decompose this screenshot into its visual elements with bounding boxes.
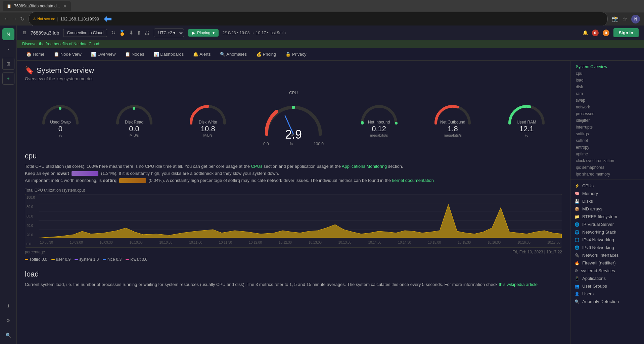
rs-softirqs[interactable]: softirqs <box>570 131 644 137</box>
tab-anomalies[interactable]: 🔍 Anomalies <box>216 50 251 59</box>
info-icon[interactable]: ℹ <box>2 300 14 312</box>
rs-group-ipvs[interactable]: 🌐 IP Virtual Server <box>570 220 644 228</box>
rs-ipc-shm[interactable]: ipc shared memory <box>570 171 644 178</box>
kernel-doc-link[interactable]: kernel documentation <box>392 178 434 183</box>
rs-group-md-arrays[interactable]: 📦 MD arrays <box>570 205 644 213</box>
cpu-section-title: cpu <box>25 152 562 160</box>
firewall-group-icon: 🔥 <box>574 261 580 265</box>
rs-softnet[interactable]: softnet <box>570 137 644 144</box>
rs-idlejitter[interactable]: idlejitter <box>570 117 644 124</box>
rs-entropy[interactable]: entropy <box>570 144 644 151</box>
settings-icon[interactable]: ⚙ <box>2 314 14 327</box>
browser-actions: 📸 ☆ N <box>612 15 640 23</box>
rs-group-disks[interactable]: 💾 Disks <box>570 197 644 205</box>
rs-cpu[interactable]: cpu <box>570 70 644 77</box>
rs-group-apps[interactable]: 📱 Applications <box>570 275 644 282</box>
rs-group-users[interactable]: 👤 Users <box>570 290 644 298</box>
legend-nice: nice 0.3 <box>103 257 122 262</box>
bell-icon[interactable]: 🔔 <box>583 30 588 35</box>
rs-load[interactable]: load <box>570 77 644 84</box>
forward-btn[interactable]: → <box>12 16 17 22</box>
tab-alerts[interactable]: 🔔 Alerts <box>189 50 215 59</box>
sign-in-btn[interactable]: Sign in <box>613 28 639 37</box>
tab-pricing[interactable]: 💰 Pricing <box>252 50 280 59</box>
print-icon[interactable]: 🖨 <box>144 30 150 36</box>
tab-home[interactable]: 🏠 Home <box>22 50 48 59</box>
rs-group-cpus[interactable]: ⚡ CPUs <box>570 182 644 190</box>
browser-address-bar: ← → ↻ ⚠ Not secure | 192.168.1.18:19999 … <box>0 12 644 26</box>
rs-group-net-ifaces[interactable]: 🔌 Network Interfaces <box>570 251 644 259</box>
chart-legend: softirq 0.0 user 0.9 system 1.0 <box>25 257 562 262</box>
load-section-title: load <box>25 270 562 279</box>
medal-icon[interactable]: 🏅 <box>119 30 126 36</box>
download-icon[interactable]: ⬇ <box>129 30 133 36</box>
load-section-desc: Current system load, i.e. the number of … <box>25 281 562 288</box>
monitor-icon: 🖥 <box>22 30 27 35</box>
play-btn[interactable]: ▶ Playing ▾ <box>188 29 218 37</box>
rs-group-ipv6[interactable]: 🌐 IPv6 Networking <box>570 244 644 251</box>
tab-privacy[interactable]: 🔒 Privacy <box>281 50 310 59</box>
address-box[interactable]: ⚠ Not secure | 192.168.1.18:19999 ⬅ <box>29 12 608 26</box>
rs-group-net-stack[interactable]: 🌐 Networking Stack <box>570 228 644 236</box>
tab-dashboards[interactable]: 📊 Dashboards <box>150 50 188 59</box>
svg-point-0 <box>59 107 61 110</box>
rs-interrupts[interactable]: interrupts <box>570 124 644 131</box>
disks-group-icon: 💾 <box>574 199 580 204</box>
used-swap-gauge: Used Swap 0 % <box>39 100 82 137</box>
page-title: 🔖 System Overview <box>25 66 562 75</box>
connection-btn[interactable]: Connection to Cloud <box>63 29 107 37</box>
users-group-icon: 👤 <box>574 292 580 296</box>
rs-group-btrfs[interactable]: 📁 BTRFS filesystem <box>570 213 644 220</box>
rs-group-ipv4[interactable]: 🌐 IPv4 Networking <box>570 236 644 244</box>
rs-network[interactable]: network <box>570 104 644 110</box>
upload-icon[interactable]: ⬆ <box>137 30 141 36</box>
add-icon[interactable]: + <box>2 72 14 85</box>
used-ram-gauge: Used RAM 12.1 % <box>505 100 548 137</box>
rs-system-overview[interactable]: System Overview <box>570 63 644 70</box>
play-icon: ▶ <box>192 31 195 35</box>
tab-nodes[interactable]: 📋 Nodes <box>121 50 148 59</box>
rs-group-firewall[interactable]: 🔥 Firewall (netfilter) <box>570 259 644 267</box>
rs-group-anomaly[interactable]: 🔍 Anomaly Detection <box>570 298 644 305</box>
cpu-chart[interactable]: 100.0 80.0 60.0 40.0 20.0 0.0 <box>25 194 562 248</box>
refresh-btn[interactable]: ↻ <box>20 16 25 22</box>
load-section: load Current system load, i.e. the numbe… <box>25 270 562 288</box>
timezone-select[interactable]: UTC +2 ▾ <box>154 29 184 37</box>
netdata-logo[interactable]: N <box>2 28 14 40</box>
search-icon[interactable]: 🔍 <box>2 329 14 341</box>
expand-icon[interactable]: › <box>2 43 14 55</box>
softirq-sparkline <box>119 178 146 183</box>
rs-uptime[interactable]: uptime <box>570 151 644 157</box>
rs-disk[interactable]: disk <box>570 84 644 90</box>
cpu-section: cpu Total CPU utilization (all cores). 1… <box>25 152 562 262</box>
bookmark-icon[interactable]: ☆ <box>623 16 627 22</box>
user-avatar[interactable]: N <box>631 15 640 23</box>
grid-icon[interactable]: ⊞ <box>2 58 14 70</box>
top-bar-right: 🔔 0 0 Sign in <box>583 28 639 37</box>
rs-group-user-groups[interactable]: 👥 User Groups <box>570 282 644 290</box>
rs-ipc-sema[interactable]: ipc semaphores <box>570 164 644 171</box>
back-btn[interactable]: ← <box>4 16 9 22</box>
refresh-icon[interactable]: ↻ <box>111 30 116 36</box>
page-header: 🔖 System Overview Overview of the key sy… <box>25 66 562 81</box>
tab-close-btn[interactable]: ✕ <box>63 3 67 9</box>
rs-swap[interactable]: swap <box>570 97 644 104</box>
disk-write-gauge: Disk Write 10.8 MiB/s <box>186 100 230 137</box>
rs-ram[interactable]: ram <box>570 90 644 97</box>
rs-group-memory[interactable]: 🧠 Memory <box>570 190 644 197</box>
wikipedia-link[interactable]: this wikipedia article <box>499 282 538 287</box>
page-subtitle: Overview of the key system metrics. <box>25 76 562 81</box>
tab-node-view[interactable]: 📋 Node View <box>50 50 85 59</box>
tab-overview[interactable]: 📊 Overview <box>87 50 120 59</box>
svg-point-5 <box>395 122 398 125</box>
time-info: 2/10/23 • 10:08 → 10:17 • last 9min <box>223 31 286 35</box>
btrfs-group-icon: 📁 <box>574 214 580 219</box>
rs-group-systemd[interactable]: ⚙ systemd Services <box>570 267 644 275</box>
app-monitoring-link[interactable]: Applications Monitoring <box>342 164 387 169</box>
legend-system-color <box>75 259 78 260</box>
screenshot-icon[interactable]: 📸 <box>612 16 618 22</box>
rs-clock-sync[interactable]: clock synchronization <box>570 157 644 164</box>
browser-tab[interactable]: 📋 76889aa3ffdb netdata d... ✕ <box>3 1 71 11</box>
rs-processes[interactable]: processes <box>570 110 644 117</box>
cpus-link[interactable]: CPUs <box>251 164 262 169</box>
